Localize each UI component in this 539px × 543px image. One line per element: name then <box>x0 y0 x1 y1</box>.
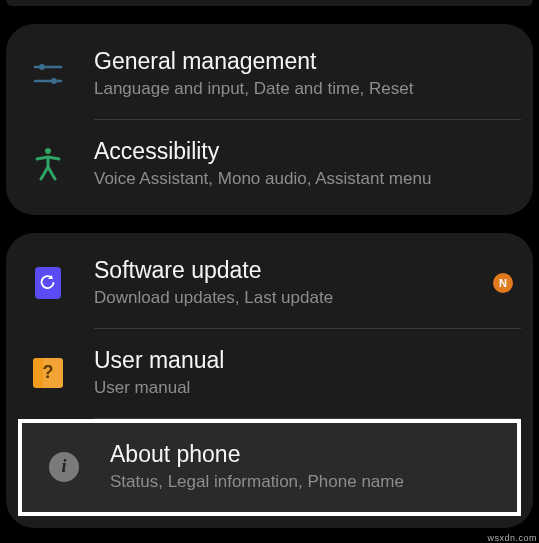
item-subtitle: Download updates, Last update <box>94 288 485 308</box>
notification-badge: N <box>493 273 513 293</box>
svg-point-1 <box>39 64 45 70</box>
settings-item-accessibility[interactable]: Accessibility Voice Assistant, Mono audi… <box>6 120 533 209</box>
item-text: Software update Download updates, Last u… <box>94 257 485 308</box>
item-text: Accessibility Voice Assistant, Mono audi… <box>94 138 513 189</box>
settings-item-general-management[interactable]: General management Language and input, D… <box>6 30 533 119</box>
manual-icon: ? <box>26 358 70 388</box>
info-icon: i <box>42 452 86 482</box>
item-subtitle: User manual <box>94 378 513 398</box>
settings-group-about: Software update Download updates, Last u… <box>6 233 533 528</box>
settings-group-system: General management Language and input, D… <box>6 24 533 215</box>
svg-point-3 <box>51 78 57 84</box>
item-title: User manual <box>94 347 513 374</box>
item-title: About phone <box>110 441 497 468</box>
sliders-icon <box>26 61 70 87</box>
previous-section-edge <box>6 0 533 6</box>
accessibility-icon <box>26 147 70 181</box>
item-text: General management Language and input, D… <box>94 48 513 99</box>
item-text: User manual User manual <box>94 347 513 398</box>
item-title: Software update <box>94 257 485 284</box>
item-subtitle: Language and input, Date and time, Reset <box>94 79 513 99</box>
item-subtitle: Status, Legal information, Phone name <box>110 472 497 492</box>
watermark: wsxdn.com <box>487 533 537 543</box>
about-phone-highlight: i About phone Status, Legal information,… <box>18 419 521 516</box>
item-subtitle: Voice Assistant, Mono audio, Assistant m… <box>94 169 513 189</box>
settings-item-user-manual[interactable]: ? User manual User manual <box>6 329 533 418</box>
refresh-icon <box>26 267 70 299</box>
settings-item-software-update[interactable]: Software update Download updates, Last u… <box>6 239 533 328</box>
item-text: About phone Status, Legal information, P… <box>110 441 497 492</box>
settings-item-about-phone[interactable]: i About phone Status, Legal information,… <box>22 423 517 512</box>
item-title: General management <box>94 48 513 75</box>
svg-point-4 <box>45 148 51 154</box>
item-title: Accessibility <box>94 138 513 165</box>
